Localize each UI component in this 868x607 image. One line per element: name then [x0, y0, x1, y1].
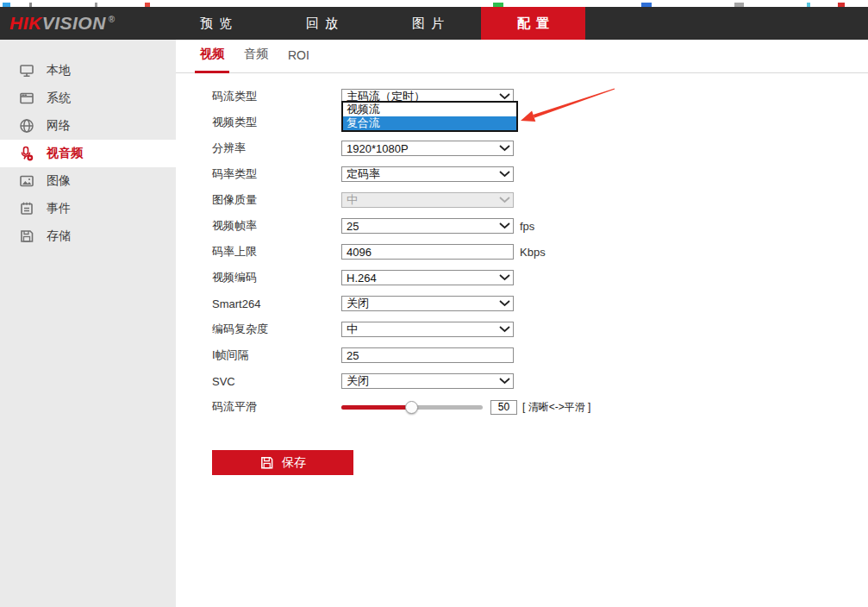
unit-label-kbps: Kbps — [520, 246, 546, 259]
storage-floppy-icon — [18, 228, 35, 245]
chevron-down-icon — [499, 171, 510, 178]
tab-audio[interactable]: 音频 — [239, 47, 273, 72]
iframe-interval-input[interactable] — [341, 347, 514, 363]
dropdown-option-video-stream[interactable]: 视频流 — [343, 103, 516, 116]
chevron-down-icon — [499, 326, 510, 333]
event-notepad-icon — [18, 200, 35, 217]
sidebar-item-label: 事件 — [47, 201, 71, 216]
registered-mark: ® — [109, 15, 116, 24]
chevron-down-icon — [499, 145, 510, 152]
field-label: SVC — [212, 375, 341, 388]
chevron-down-icon — [499, 378, 510, 385]
row-bitrate-type: 码率类型 定码率 — [212, 166, 695, 182]
hikvision-logo: HIKVISION® — [9, 7, 116, 40]
sidebar-item-event[interactable]: 事件 — [0, 195, 176, 222]
sidebar-item-label: 网络 — [47, 118, 71, 134]
field-label: 码率类型 — [212, 166, 341, 182]
row-stream-type: 码流类型 主码流（定时） 视频流 复合流 — [212, 89, 695, 104]
field-label: 图像质量 — [212, 192, 341, 208]
nav-tab-picture[interactable]: 图片 — [376, 7, 480, 40]
sidebar-item-local[interactable]: 本地 — [0, 57, 176, 84]
chevron-down-icon — [499, 300, 510, 307]
video-settings-tabbar: 视频 音频 ROI — [176, 40, 868, 73]
sidebar-item-network[interactable]: 网络 — [0, 112, 176, 140]
nav-tab-playback[interactable]: 回放 — [270, 7, 374, 40]
logo-text-hik: HIK — [9, 13, 42, 34]
smoothing-value-input[interactable] — [490, 400, 517, 415]
row-svc: SVC 关闭 — [212, 373, 695, 389]
sidebar-item-system[interactable]: 系统 — [0, 84, 176, 112]
tab-roi[interactable]: ROI — [283, 48, 315, 72]
row-encoding-complexity: 编码复杂度 中 — [212, 322, 695, 337]
unit-label-fps: fps — [520, 220, 534, 233]
smart264-select[interactable]: 关闭 — [341, 296, 514, 311]
field-label: 视频帧率 — [212, 218, 341, 234]
slider-thumb[interactable] — [405, 401, 418, 414]
main-content: 视频 音频 ROI 码流类型 主码流（定时） 视频流 复合流 — [176, 40, 868, 607]
hikvision-config-page: HIKVISION® 预览 回放 图片 配置 本地 系统 网络 视音频 图像 — [0, 0, 868, 607]
nav-tab-preview[interactable]: 预览 — [164, 7, 268, 40]
chevron-down-icon — [499, 93, 510, 100]
frame-rate-select[interactable]: 25 — [341, 218, 514, 234]
row-stream-smoothing: 码流平滑 [ 清晰<->平滑 ] — [212, 399, 695, 415]
stream-type-dropdown-list: 视频流 复合流 — [341, 101, 518, 132]
top-navbar: HIKVISION® 预览 回放 图片 配置 — [0, 7, 868, 40]
row-smart264: Smart264 关闭 — [212, 296, 695, 311]
row-resolution: 分辨率 1920*1080P — [212, 141, 695, 156]
field-label: 视频类型 — [212, 115, 341, 130]
smoothing-hint-label: [ 清晰<->平滑 ] — [522, 400, 590, 415]
save-floppy-icon — [259, 455, 274, 470]
sidebar-item-audio-video[interactable]: 视音频 — [0, 140, 176, 167]
slider-fill — [341, 405, 412, 410]
bitrate-type-select[interactable]: 定码率 — [341, 166, 514, 182]
video-settings-form: 码流类型 主码流（定时） 视频流 复合流 视频类型 — [212, 89, 695, 425]
image-quality-select-disabled: 中 — [341, 192, 514, 208]
image-icon — [18, 172, 35, 190]
chevron-down-icon — [499, 197, 510, 203]
field-label: 码流类型 — [212, 89, 341, 104]
field-label: 编码复杂度 — [212, 322, 341, 337]
field-label: Smart264 — [212, 297, 341, 310]
field-label: 分辨率 — [212, 141, 341, 156]
field-label: 码率上限 — [212, 244, 341, 260]
row-frame-rate: 视频帧率 25 fps — [212, 218, 695, 234]
dropdown-option-composite-stream[interactable]: 复合流 — [343, 116, 516, 130]
resolution-select[interactable]: 1920*1080P — [341, 141, 514, 156]
sidebar-item-label: 图像 — [47, 173, 71, 189]
nav-tab-configuration[interactable]: 配置 — [481, 7, 585, 40]
row-video-encoding: 视频编码 H.264 — [212, 270, 695, 285]
max-bitrate-input[interactable] — [341, 244, 514, 260]
row-max-bitrate: 码率上限 Kbps — [212, 244, 695, 260]
sidebar-item-label: 本地 — [47, 63, 71, 78]
system-window-icon — [18, 90, 35, 107]
field-label: 视频编码 — [212, 270, 341, 285]
field-label: I帧间隔 — [212, 347, 341, 363]
svc-select[interactable]: 关闭 — [341, 373, 514, 389]
audio-video-mic-icon — [18, 145, 35, 162]
sidebar-item-label: 存储 — [47, 228, 71, 244]
sidebar-item-storage[interactable]: 存储 — [0, 222, 176, 250]
chevron-down-icon — [499, 274, 510, 281]
save-button-label: 保存 — [282, 455, 306, 471]
sidebar-item-label: 系统 — [47, 91, 71, 106]
save-button[interactable]: 保存 — [212, 450, 353, 475]
browser-bookmarks-strip — [0, 0, 868, 7]
monitor-icon — [18, 62, 35, 79]
settings-sidebar: 本地 系统 网络 视音频 图像 事件 存储 — [0, 40, 176, 607]
tab-video[interactable]: 视频 — [195, 47, 229, 72]
sidebar-item-image[interactable]: 图像 — [0, 167, 176, 195]
logo-text-vision: VISION — [42, 13, 106, 34]
sidebar-item-label: 视音频 — [47, 146, 83, 161]
row-iframe-interval: I帧间隔 — [212, 347, 695, 363]
encoding-complexity-select[interactable]: 中 — [341, 322, 514, 337]
field-label: 码流平滑 — [212, 399, 341, 415]
smoothing-slider[interactable] — [341, 399, 483, 415]
video-encoding-select[interactable]: H.264 — [341, 270, 514, 285]
row-image-quality: 图像质量 中 — [212, 192, 695, 208]
slider-track[interactable] — [341, 405, 483, 410]
chevron-down-icon — [499, 222, 510, 229]
network-globe-icon — [18, 117, 35, 135]
